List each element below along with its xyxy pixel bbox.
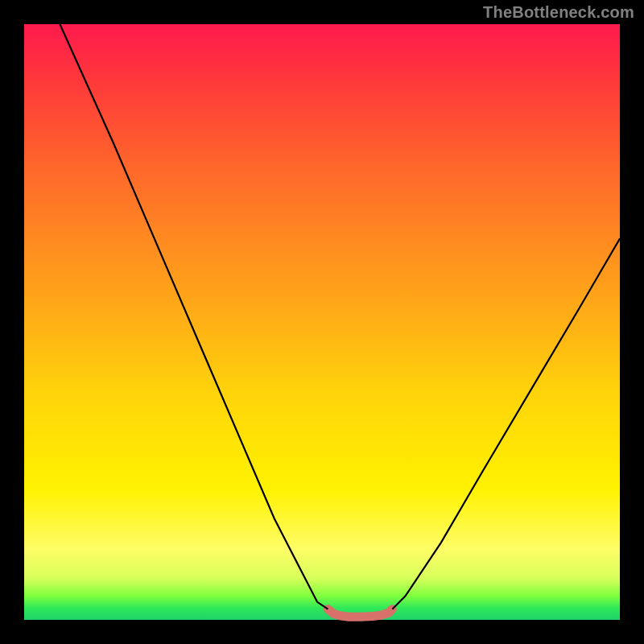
chart-svg xyxy=(24,24,620,620)
plot-area xyxy=(24,24,620,620)
right-curve xyxy=(392,238,620,609)
watermark-label: TheBottleneck.com xyxy=(483,3,634,22)
left-curve xyxy=(60,24,328,609)
flat-bottom-highlight xyxy=(328,609,392,617)
chart-frame: TheBottleneck.com xyxy=(0,0,644,644)
